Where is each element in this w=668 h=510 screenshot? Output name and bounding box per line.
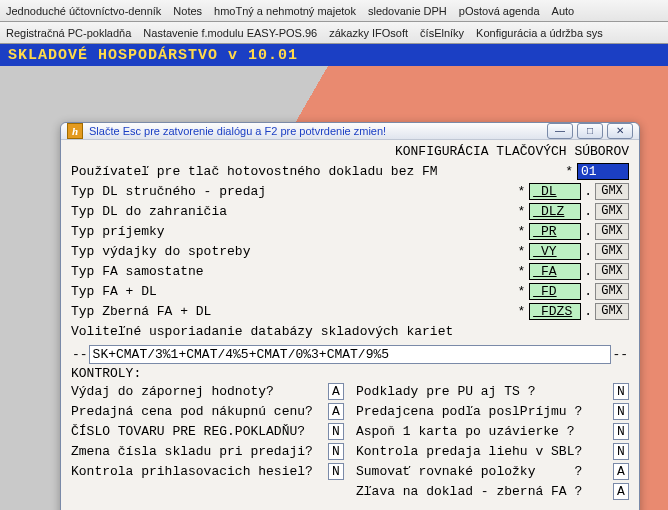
menu-item[interactable]: sledovanie DPH: [362, 5, 453, 17]
value-input[interactable]: _FA: [529, 263, 581, 280]
config-row: Typ DL do zahraničia * _DLZ . GMX: [71, 201, 629, 221]
ext-box[interactable]: GMX: [595, 283, 629, 300]
ext-box[interactable]: GMX: [595, 203, 629, 220]
ext-box[interactable]: GMX: [595, 223, 629, 240]
maximize-button[interactable]: □: [577, 123, 603, 139]
control-q: Predajná cena pod nákupnú cenu?: [71, 404, 328, 419]
config-row: Typ Zberná FA + DL * _FDZS . GMX: [71, 301, 629, 321]
dialog-caption: Slačte Esc pre zatvorenie dialógu a F2 p…: [89, 125, 547, 137]
value-input[interactable]: _VY: [529, 243, 581, 260]
menu-item[interactable]: Registračná PC-pokladňa: [0, 27, 137, 39]
menu-item[interactable]: hmoTný a nehmotný majetok: [208, 5, 362, 17]
sort-input[interactable]: [89, 345, 612, 364]
app-titlebar: SKLADOVÉ HOSPODÁRSTVO v 10.01: [0, 44, 668, 66]
control-a[interactable]: A: [613, 483, 629, 500]
control-q: Zľava na doklad - zberná FA ?: [356, 484, 613, 499]
menu-item[interactable]: Jednoduché účtovníctvo-denník: [0, 5, 167, 17]
control-q: Kontrola predaja liehu v SBL?: [356, 444, 613, 459]
row-label: Typ FA + DL: [71, 284, 513, 299]
row-label: Typ výdajky do spotreby: [71, 244, 513, 259]
ext-box[interactable]: GMX: [595, 303, 629, 320]
value-input[interactable]: _DLZ: [529, 203, 581, 220]
control-q: Predajcena podľa poslPríjmu ?: [356, 404, 613, 419]
config-dialog: h Slačte Esc pre zatvorenie dialógu a F2…: [60, 122, 640, 510]
sort-label: Voliteľné usporiadanie databázy skladový…: [71, 324, 629, 339]
control-q: Sumovať rovnaké položky ?: [356, 464, 613, 479]
ext-box[interactable]: GMX: [595, 183, 629, 200]
control-q: Kontrola prihlasovacich hesiel?: [71, 464, 328, 479]
menu-item[interactable]: pOstová agenda: [453, 5, 546, 17]
sort-input-row: -- --: [71, 345, 629, 364]
sort-label-row: Voliteľné usporiadanie databázy skladový…: [71, 321, 629, 341]
menu-item[interactable]: zákazky IFOsoft: [323, 27, 414, 39]
row-label: Typ príjemky: [71, 224, 513, 239]
row-label: Typ DL do zahraničia: [71, 204, 513, 219]
config-row: Typ príjemky * _PR . GMX: [71, 221, 629, 241]
control-q: Výdaj do zápornej hodnoty?: [71, 384, 328, 399]
control-q: ČÍSLO TOVARU PRE REG.POKLADŇU?: [71, 424, 328, 439]
dash-right: --: [611, 347, 629, 362]
row-label: Používateľ pre tlač hotovostného dokladu…: [71, 164, 561, 179]
value-input[interactable]: _DL: [529, 183, 581, 200]
menu-item[interactable]: Notes: [167, 5, 208, 17]
config-row: Používateľ pre tlač hotovostného dokladu…: [71, 161, 629, 181]
control-q: Zmena čísla skladu pri predaji?: [71, 444, 328, 459]
value-input[interactable]: 01: [577, 163, 629, 180]
ext-box[interactable]: GMX: [595, 243, 629, 260]
value-input[interactable]: _FDZS: [529, 303, 581, 320]
control-a[interactable]: N: [613, 403, 629, 420]
menu-item[interactable]: Auto: [546, 5, 581, 17]
menu-item[interactable]: Konfigurácia a údržba sys: [470, 27, 609, 39]
dash-left: --: [71, 347, 89, 362]
ext-box[interactable]: GMX: [595, 263, 629, 280]
control-a[interactable]: N: [613, 423, 629, 440]
menubar-bottom[interactable]: Registračná PC-pokladňa Nastavenie f.mod…: [0, 22, 668, 44]
config-row: Typ FA + DL * _FD . GMX: [71, 281, 629, 301]
controls-left: Výdaj do zápornej hodnoty?A Predajná cen…: [71, 381, 344, 501]
app-icon: h: [67, 123, 83, 139]
row-label: Typ Zberná FA + DL: [71, 304, 513, 319]
control-a[interactable]: N: [328, 423, 344, 440]
menu-item[interactable]: čísElníky: [414, 27, 470, 39]
menu-item[interactable]: Nastavenie f.modulu EASY-POS.96: [137, 27, 323, 39]
control-q: Aspoň 1 karta po uzávierke ?: [356, 424, 613, 439]
control-a[interactable]: A: [328, 383, 344, 400]
dialog-titlebar[interactable]: h Slačte Esc pre zatvorenie dialógu a F2…: [61, 123, 639, 140]
minimize-button[interactable]: —: [547, 123, 573, 139]
desktop-area: h Slačte Esc pre zatvorenie dialógu a F2…: [0, 66, 668, 510]
controls-header: KONTROLY:: [71, 366, 629, 381]
config-row: Typ DL stručného - predaj * _DL . GMX: [71, 181, 629, 201]
control-a[interactable]: N: [613, 383, 629, 400]
value-input[interactable]: _FD: [529, 283, 581, 300]
control-a[interactable]: N: [328, 443, 344, 460]
value-input[interactable]: _PR: [529, 223, 581, 240]
row-label: Typ DL stručného - predaj: [71, 184, 513, 199]
config-row: Typ výdajky do spotreby * _VY . GMX: [71, 241, 629, 261]
control-a[interactable]: A: [613, 463, 629, 480]
control-q: Podklady pre PU aj TS ?: [356, 384, 613, 399]
app-title: SKLADOVÉ HOSPODÁRSTVO v 10.01: [8, 47, 298, 64]
control-a[interactable]: N: [613, 443, 629, 460]
menubar-top[interactable]: Jednoduché účtovníctvo-denník Notes hmoT…: [0, 0, 668, 22]
control-a[interactable]: N: [328, 463, 344, 480]
config-row: Typ FA samostatne * _FA . GMX: [71, 261, 629, 281]
controls-right: Podklady pre PU aj TS ?N Predajcena podľ…: [356, 381, 629, 501]
row-label: Typ FA samostatne: [71, 264, 513, 279]
section-header: KONFIGURÁCIA TLAČOVÝCH SÚBOROV: [71, 144, 629, 159]
close-button[interactable]: ✕: [607, 123, 633, 139]
control-a[interactable]: A: [328, 403, 344, 420]
dialog-body: KONFIGURÁCIA TLAČOVÝCH SÚBOROV Používate…: [61, 140, 639, 510]
